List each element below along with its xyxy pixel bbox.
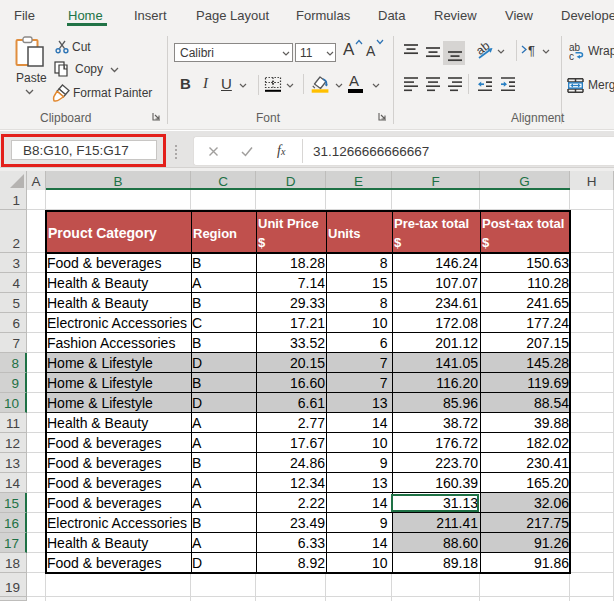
svg-text:¶: ¶ <box>528 43 535 58</box>
svg-text:c: c <box>569 51 574 61</box>
